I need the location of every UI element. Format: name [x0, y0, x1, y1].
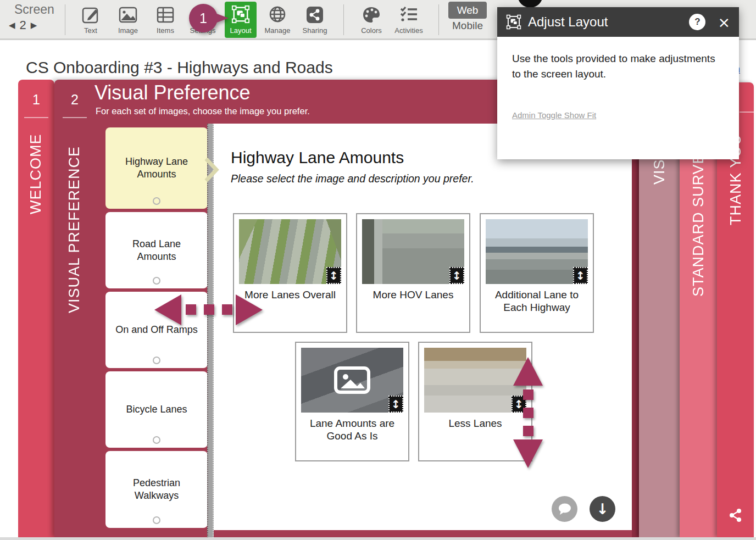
- share-square-icon: [305, 5, 325, 25]
- callout-number: 1: [189, 4, 218, 32]
- items-grid-icon: [155, 5, 175, 25]
- manage-button[interactable]: Manage: [260, 2, 294, 38]
- step-callout: 1: [189, 4, 230, 32]
- photo-city-skyline-highway: ↕: [486, 219, 588, 284]
- page-bottom-edge: [0, 537, 756, 540]
- colors-button-label: Colors: [361, 26, 382, 35]
- checklist-icon: [399, 5, 419, 25]
- web-toggle[interactable]: Web: [448, 2, 487, 19]
- text-button[interactable]: Text: [74, 2, 108, 38]
- palette-icon: [362, 5, 381, 25]
- column-divider[interactable]: [207, 124, 214, 540]
- next-screen-button[interactable]: ▶: [31, 20, 37, 30]
- mobile-toggle[interactable]: Mobile: [448, 20, 487, 32]
- category-label: On and Off Ramps: [115, 324, 198, 336]
- category-radio[interactable]: [153, 357, 160, 364]
- sharing-button[interactable]: Sharing: [298, 2, 332, 38]
- selected-chevron-icon: [204, 157, 220, 182]
- sharing-button-label: Sharing: [303, 26, 327, 35]
- manage-button-label: Manage: [265, 26, 291, 35]
- help-button[interactable]: ?: [689, 14, 705, 30]
- screen-number: 2: [20, 18, 26, 32]
- toolbar-divider: [65, 4, 65, 35]
- panel-vp-label: VISUAL PREFERENCE: [66, 132, 83, 313]
- arrow-dash: [523, 426, 533, 436]
- chat-bubble-icon: [558, 503, 572, 516]
- layout-icon: [506, 14, 521, 30]
- arrow-dash: [523, 408, 533, 418]
- photo-rural-highway: ↕: [424, 348, 526, 413]
- category-label: Bicycle Lanes: [126, 403, 187, 416]
- category-card-pedestrian-walkways[interactable]: Pedestrian Walkways: [105, 451, 208, 528]
- category-radio[interactable]: [153, 197, 160, 205]
- category-label: Road Lane Amounts: [113, 238, 200, 263]
- photo-hov-highway: ↕: [362, 219, 464, 284]
- layout-button-label: Layout: [230, 26, 251, 35]
- panel-thank-you-underline: [740, 112, 754, 113]
- image-button-label: Image: [118, 26, 138, 35]
- arrow-right-icon: [236, 294, 263, 325]
- screen-navigator: Screen ◀ 2 ▶: [8, 2, 63, 37]
- arrow-down-icon: [513, 439, 543, 468]
- colors-button[interactable]: Colors: [354, 2, 388, 38]
- option-label: Lane Amounts are Good As Is: [301, 417, 403, 442]
- activities-button[interactable]: Activities: [392, 2, 426, 38]
- adjust-layout-dialog: Adjust Layout ? × Use the tools provided…: [497, 7, 739, 159]
- option-card-good-as-is[interactable]: ↕ Lane Amounts are Good As Is: [295, 342, 409, 461]
- resize-handle-icon[interactable]: ↕: [449, 267, 464, 284]
- panel-vp-underline: [63, 117, 87, 118]
- option-label: Less Lanes: [424, 417, 526, 430]
- layout-icon: [231, 5, 250, 24]
- dialog-body-text: Use the tools provided to make adjustmen…: [512, 51, 724, 81]
- option-label: More HOV Lanes: [362, 288, 464, 301]
- arrow-dash: [186, 304, 196, 315]
- download-button[interactable]: ↓: [590, 496, 615, 522]
- category-card-highway-lane-amounts[interactable]: Highway Lane Amounts: [105, 127, 208, 209]
- share-icon[interactable]: [729, 508, 743, 522]
- image-placeholder-icon: [334, 366, 370, 394]
- toolbar-divider: [343, 4, 344, 35]
- arrow-dash: [204, 304, 214, 315]
- photo-overpass: ↕: [301, 348, 403, 413]
- prev-screen-button[interactable]: ◀: [9, 20, 15, 30]
- option-label: Additional Lane to Each Highway: [486, 288, 588, 314]
- panel-right-edge: [632, 124, 639, 537]
- category-radio[interactable]: [153, 516, 160, 524]
- page-title: CS Onboarding #3 - Highways and Roads: [26, 58, 333, 77]
- category-card-bicycle-lanes[interactable]: Bicycle Lanes: [105, 371, 208, 448]
- comment-button[interactable]: [552, 496, 577, 522]
- resize-handle-icon[interactable]: ↕: [326, 267, 341, 284]
- category-card-road-lane-amounts[interactable]: Road Lane Amounts: [105, 212, 208, 288]
- image-button[interactable]: Image: [111, 2, 145, 38]
- resize-handle-icon[interactable]: ↕: [388, 396, 403, 413]
- close-icon[interactable]: ×: [718, 14, 730, 31]
- option-card-additional-lane[interactable]: ↕ Additional Lane to Each Highway: [480, 213, 594, 333]
- items-button[interactable]: Items: [148, 2, 182, 38]
- photo-aerial-interchange: ↕: [239, 219, 341, 284]
- screen-header-title: Visual Preference: [94, 81, 251, 104]
- activities-button-label: Activities: [394, 26, 423, 35]
- panel-welcome[interactable]: 1 WELCOME: [18, 80, 54, 537]
- admin-toggle-show-fit-link[interactable]: Admin Toggle Show Fit: [512, 110, 596, 120]
- text-edit-icon: [81, 5, 101, 25]
- dialog-header: Adjust Layout ? ×: [497, 7, 739, 37]
- panel-welcome-number: 1: [25, 92, 47, 108]
- arrow-left-icon: [154, 294, 181, 325]
- arrow-dash: [222, 304, 232, 315]
- question-instruction: Please select the image and description …: [231, 172, 474, 185]
- arrow-dash: [523, 389, 533, 400]
- question-title: Highway Lane Amounts: [231, 148, 404, 167]
- resize-handle-icon[interactable]: ↕: [573, 267, 588, 284]
- category-radio[interactable]: [153, 277, 160, 285]
- category-label: Pedestrian Walkways: [113, 477, 200, 502]
- dialog-title: Adjust Layout: [528, 14, 682, 30]
- panel-welcome-label: WELCOME: [27, 132, 45, 214]
- toolbar-divider: [438, 4, 439, 35]
- panel-vp-number: 2: [64, 92, 86, 108]
- option-card-more-hov-lanes[interactable]: ↕ More HOV Lanes: [356, 213, 470, 333]
- category-radio[interactable]: [153, 436, 160, 444]
- panel-welcome-underline: [24, 117, 48, 118]
- category-label: Highway Lane Amounts: [113, 155, 200, 181]
- globe-icon: [268, 5, 287, 25]
- image-icon: [118, 5, 138, 25]
